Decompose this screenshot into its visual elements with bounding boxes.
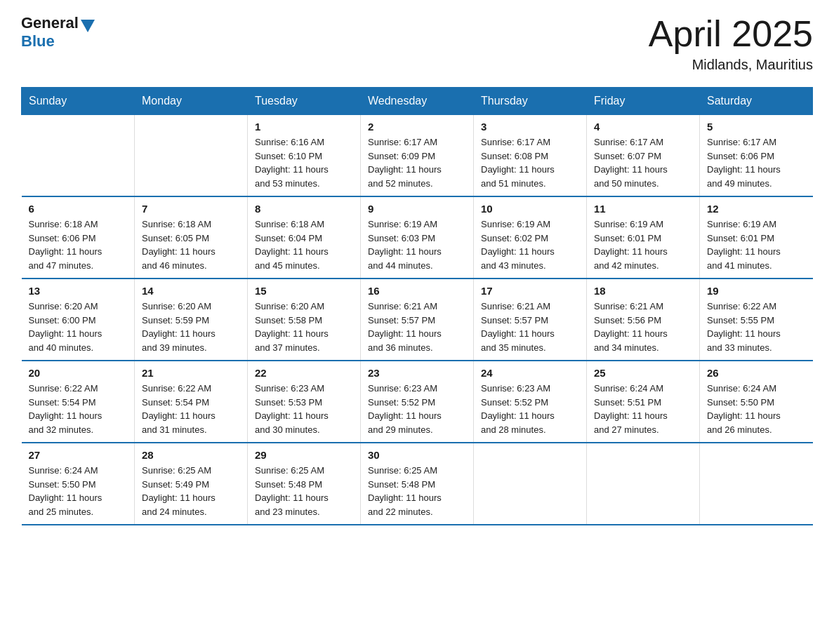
calendar-week-row: 1Sunrise: 6:16 AM Sunset: 6:10 PM Daylig… — [22, 115, 813, 197]
calendar-cell: 3Sunrise: 6:17 AM Sunset: 6:08 PM Daylig… — [474, 115, 587, 197]
calendar-cell: 23Sunrise: 6:23 AM Sunset: 5:52 PM Dayli… — [361, 361, 474, 443]
day-number: 24 — [481, 367, 579, 379]
calendar-cell — [135, 115, 248, 197]
day-info: Sunrise: 6:24 AM Sunset: 5:51 PM Dayligh… — [594, 382, 692, 436]
day-info: Sunrise: 6:22 AM Sunset: 5:54 PM Dayligh… — [29, 382, 128, 436]
day-number: 25 — [594, 367, 692, 379]
calendar-cell: 24Sunrise: 6:23 AM Sunset: 5:52 PM Dayli… — [474, 361, 587, 443]
calendar-cell: 25Sunrise: 6:24 AM Sunset: 5:51 PM Dayli… — [587, 361, 700, 443]
day-of-week-header: Wednesday — [361, 88, 474, 115]
day-info: Sunrise: 6:16 AM Sunset: 6:10 PM Dayligh… — [255, 135, 353, 190]
day-number: 23 — [368, 367, 466, 379]
day-number: 10 — [481, 203, 579, 215]
day-number: 9 — [368, 203, 466, 215]
calendar-cell: 16Sunrise: 6:21 AM Sunset: 5:57 PM Dayli… — [361, 279, 474, 361]
logo-general-text: General — [21, 14, 79, 32]
calendar-cell: 17Sunrise: 6:21 AM Sunset: 5:57 PM Dayli… — [474, 279, 587, 361]
day-info: Sunrise: 6:17 AM Sunset: 6:08 PM Dayligh… — [481, 135, 579, 190]
day-of-week-header: Thursday — [474, 88, 587, 115]
day-info: Sunrise: 6:23 AM Sunset: 5:52 PM Dayligh… — [368, 382, 466, 436]
calendar-cell — [474, 443, 587, 525]
calendar-cell: 30Sunrise: 6:25 AM Sunset: 5:48 PM Dayli… — [361, 443, 474, 525]
calendar-cell: 20Sunrise: 6:22 AM Sunset: 5:54 PM Dayli… — [22, 361, 135, 443]
day-number: 15 — [255, 285, 353, 297]
day-number: 22 — [255, 367, 353, 379]
day-info: Sunrise: 6:20 AM Sunset: 5:58 PM Dayligh… — [255, 300, 353, 354]
calendar-cell: 6Sunrise: 6:18 AM Sunset: 6:06 PM Daylig… — [22, 196, 135, 279]
day-number: 8 — [255, 203, 353, 215]
day-info: Sunrise: 6:18 AM Sunset: 6:06 PM Dayligh… — [29, 217, 128, 272]
day-info: Sunrise: 6:25 AM Sunset: 5:49 PM Dayligh… — [142, 464, 240, 518]
calendar-week-row: 13Sunrise: 6:20 AM Sunset: 6:00 PM Dayli… — [22, 279, 813, 361]
day-info: Sunrise: 6:19 AM Sunset: 6:01 PM Dayligh… — [707, 217, 806, 272]
day-number: 6 — [29, 203, 128, 215]
day-of-week-header: Tuesday — [248, 88, 361, 115]
day-number: 16 — [368, 285, 466, 297]
day-info: Sunrise: 6:17 AM Sunset: 6:07 PM Dayligh… — [594, 135, 692, 190]
day-number: 13 — [29, 285, 128, 297]
calendar-cell: 26Sunrise: 6:24 AM Sunset: 5:50 PM Dayli… — [700, 361, 813, 443]
calendar-cell: 13Sunrise: 6:20 AM Sunset: 6:00 PM Dayli… — [22, 279, 135, 361]
calendar-cell — [700, 443, 813, 525]
calendar-week-row: 27Sunrise: 6:24 AM Sunset: 5:50 PM Dayli… — [22, 443, 813, 525]
day-number: 7 — [142, 203, 240, 215]
calendar-cell: 5Sunrise: 6:17 AM Sunset: 6:06 PM Daylig… — [700, 115, 813, 197]
day-number: 5 — [707, 121, 806, 133]
day-info: Sunrise: 6:19 AM Sunset: 6:01 PM Dayligh… — [594, 217, 692, 272]
day-info: Sunrise: 6:21 AM Sunset: 5:57 PM Dayligh… — [481, 300, 579, 354]
day-number: 19 — [707, 285, 806, 297]
logo-triangle-icon — [81, 20, 95, 32]
day-info: Sunrise: 6:20 AM Sunset: 6:00 PM Dayligh… — [29, 300, 128, 354]
day-info: Sunrise: 6:25 AM Sunset: 5:48 PM Dayligh… — [368, 464, 466, 518]
day-number: 27 — [29, 449, 128, 461]
day-info: Sunrise: 6:17 AM Sunset: 6:06 PM Dayligh… — [707, 135, 806, 190]
header: General Blue April 2025 Midlands, Maurit… — [21, 14, 813, 73]
calendar-table: SundayMondayTuesdayWednesdayThursdayFrid… — [21, 87, 813, 525]
calendar-header-row: SundayMondayTuesdayWednesdayThursdayFrid… — [22, 88, 813, 115]
day-info: Sunrise: 6:22 AM Sunset: 5:55 PM Dayligh… — [707, 300, 806, 354]
day-number: 11 — [594, 203, 692, 215]
day-of-week-header: Friday — [587, 88, 700, 115]
calendar-cell: 29Sunrise: 6:25 AM Sunset: 5:48 PM Dayli… — [248, 443, 361, 525]
calendar-cell: 27Sunrise: 6:24 AM Sunset: 5:50 PM Dayli… — [22, 443, 135, 525]
calendar-cell — [22, 115, 135, 197]
day-number: 2 — [368, 121, 466, 133]
day-info: Sunrise: 6:20 AM Sunset: 5:59 PM Dayligh… — [142, 300, 240, 354]
calendar-cell: 8Sunrise: 6:18 AM Sunset: 6:04 PM Daylig… — [248, 196, 361, 279]
day-number: 30 — [368, 449, 466, 461]
calendar-week-row: 6Sunrise: 6:18 AM Sunset: 6:06 PM Daylig… — [22, 196, 813, 279]
calendar-cell: 21Sunrise: 6:22 AM Sunset: 5:54 PM Dayli… — [135, 361, 248, 443]
day-number: 18 — [594, 285, 692, 297]
calendar-week-row: 20Sunrise: 6:22 AM Sunset: 5:54 PM Dayli… — [22, 361, 813, 443]
calendar-cell: 28Sunrise: 6:25 AM Sunset: 5:49 PM Dayli… — [135, 443, 248, 525]
calendar-cell: 15Sunrise: 6:20 AM Sunset: 5:58 PM Dayli… — [248, 279, 361, 361]
day-of-week-header: Saturday — [700, 88, 813, 115]
day-info: Sunrise: 6:19 AM Sunset: 6:02 PM Dayligh… — [481, 217, 579, 272]
calendar-subtitle: Midlands, Mauritius — [649, 57, 813, 73]
day-number: 4 — [594, 121, 692, 133]
day-number: 26 — [707, 367, 806, 379]
day-info: Sunrise: 6:19 AM Sunset: 6:03 PM Dayligh… — [368, 217, 466, 272]
title-area: April 2025 Midlands, Mauritius — [649, 14, 813, 73]
day-number: 1 — [255, 121, 353, 133]
day-info: Sunrise: 6:24 AM Sunset: 5:50 PM Dayligh… — [707, 382, 806, 436]
day-info: Sunrise: 6:23 AM Sunset: 5:52 PM Dayligh… — [481, 382, 579, 436]
day-number: 12 — [707, 203, 806, 215]
calendar-cell: 2Sunrise: 6:17 AM Sunset: 6:09 PM Daylig… — [361, 115, 474, 197]
calendar-title: April 2025 — [649, 14, 813, 54]
day-info: Sunrise: 6:17 AM Sunset: 6:09 PM Dayligh… — [368, 135, 466, 190]
day-info: Sunrise: 6:18 AM Sunset: 6:05 PM Dayligh… — [142, 217, 240, 272]
calendar-cell: 18Sunrise: 6:21 AM Sunset: 5:56 PM Dayli… — [587, 279, 700, 361]
day-info: Sunrise: 6:21 AM Sunset: 5:56 PM Dayligh… — [594, 300, 692, 354]
calendar-cell: 10Sunrise: 6:19 AM Sunset: 6:02 PM Dayli… — [474, 196, 587, 279]
day-number: 14 — [142, 285, 240, 297]
day-info: Sunrise: 6:25 AM Sunset: 5:48 PM Dayligh… — [255, 464, 353, 518]
day-number: 29 — [255, 449, 353, 461]
day-number: 3 — [481, 121, 579, 133]
calendar-cell: 14Sunrise: 6:20 AM Sunset: 5:59 PM Dayli… — [135, 279, 248, 361]
calendar-cell — [587, 443, 700, 525]
day-number: 21 — [142, 367, 240, 379]
day-info: Sunrise: 6:18 AM Sunset: 6:04 PM Dayligh… — [255, 217, 353, 272]
day-info: Sunrise: 6:24 AM Sunset: 5:50 PM Dayligh… — [29, 464, 128, 518]
calendar-cell: 1Sunrise: 6:16 AM Sunset: 6:10 PM Daylig… — [248, 115, 361, 197]
